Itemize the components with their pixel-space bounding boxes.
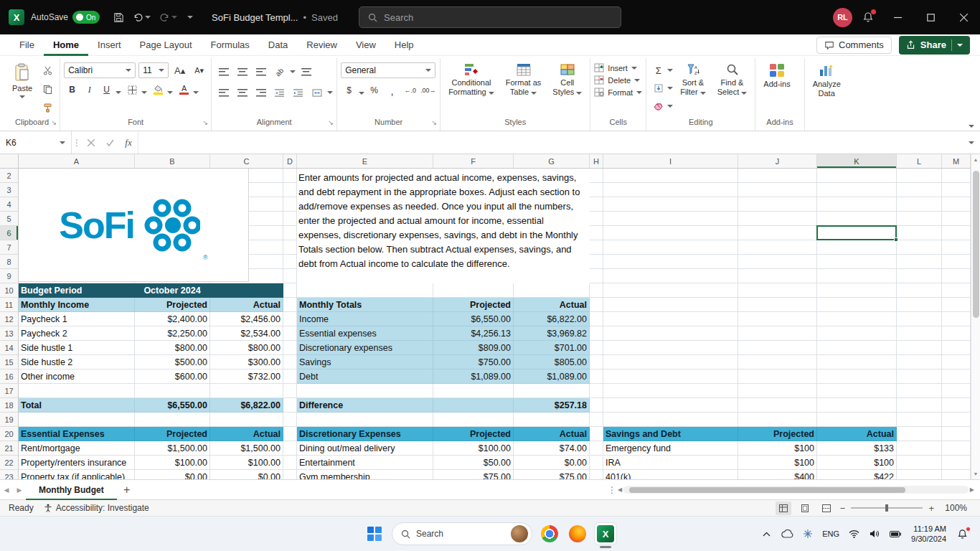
start-button[interactable] <box>364 523 385 545</box>
cell-J8[interactable] <box>738 255 817 269</box>
cell-I6[interactable] <box>603 226 738 240</box>
cell-K11[interactable] <box>817 298 897 312</box>
cell-J23[interactable]: $400 <box>738 470 817 479</box>
cell-I7[interactable] <box>603 240 738 255</box>
cell-K15[interactable] <box>817 355 897 369</box>
align-left-button[interactable] <box>215 85 232 100</box>
tab-help[interactable]: Help <box>385 34 423 56</box>
comma-format-button[interactable]: , <box>384 83 400 98</box>
fill-button[interactable] <box>650 80 666 96</box>
row-header-23[interactable]: 23 <box>0 470 19 479</box>
cell-I21[interactable]: Emergency fund <box>603 441 738 456</box>
cell-L23[interactable] <box>897 470 942 479</box>
cell-G20[interactable]: Actual <box>514 427 590 441</box>
cell-M23[interactable] <box>942 470 971 479</box>
tab-data[interactable]: Data <box>259 34 297 56</box>
insert-caret-icon[interactable] <box>631 67 637 70</box>
cell-C15[interactable]: $300.00 <box>210 355 283 369</box>
cell-A16[interactable]: Other income <box>19 369 135 384</box>
cell-J10[interactable] <box>738 283 817 298</box>
row-header-4[interactable]: 4 <box>0 197 19 212</box>
cell-D14[interactable] <box>283 341 297 355</box>
format-painter-button[interactable] <box>39 100 56 116</box>
fill-caret-icon[interactable] <box>667 87 673 90</box>
cell-H19[interactable] <box>590 413 603 427</box>
cell-D6[interactable] <box>283 226 297 240</box>
select-all-corner[interactable] <box>0 154 19 168</box>
notifications-bell-icon[interactable] <box>862 11 874 23</box>
cell-H9[interactable] <box>590 269 603 283</box>
cell-B12[interactable]: $2,400.00 <box>135 312 210 326</box>
row-header-2[interactable]: 2 <box>0 169 19 183</box>
vertical-scroll-thumb[interactable] <box>973 171 979 318</box>
cell-C16[interactable]: $732.00 <box>210 369 283 384</box>
cell-B11[interactable]: Projected <box>135 298 210 312</box>
cell-K12[interactable] <box>817 312 897 326</box>
column-header-M[interactable]: M <box>942 154 971 168</box>
cell-M8[interactable] <box>942 255 971 269</box>
minimize-button[interactable] <box>881 0 914 34</box>
percent-format-button[interactable]: % <box>366 83 382 98</box>
cell-D3[interactable] <box>283 183 297 197</box>
column-header-E[interactable]: E <box>297 154 433 168</box>
clipboard-dialog-launcher[interactable]: ↘ <box>52 119 57 126</box>
formula-bar-handle[interactable]: ⋮ <box>72 131 82 154</box>
cell-A14[interactable]: Side hustle 1 <box>19 341 135 355</box>
enter-icon[interactable] <box>100 131 119 154</box>
cell-M7[interactable] <box>942 240 971 255</box>
cell-G19[interactable] <box>514 413 590 427</box>
format-cells-button[interactable]: Format <box>594 88 642 97</box>
cell-E15[interactable]: Savings <box>297 355 433 369</box>
insert-cells-button[interactable]: Insert <box>594 63 642 72</box>
quick-access-customize-button[interactable] <box>187 16 193 19</box>
cell-M19[interactable] <box>942 413 971 427</box>
cell-I17[interactable] <box>603 384 738 398</box>
tab-review[interactable]: Review <box>297 34 347 56</box>
clear-button[interactable] <box>650 98 666 114</box>
cell-B18[interactable]: $6,550.00 <box>135 398 210 413</box>
cell-K9[interactable] <box>817 269 897 283</box>
cell-I3[interactable] <box>603 183 738 197</box>
row-header-21[interactable]: 21 <box>0 441 19 456</box>
cell-G17[interactable] <box>514 384 590 398</box>
cell-M9[interactable] <box>942 269 971 283</box>
row-header-18[interactable]: 18 <box>0 398 19 413</box>
zoom-out-button[interactable]: − <box>840 503 846 514</box>
underline-caret-icon[interactable] <box>116 91 121 94</box>
cell-M16[interactable] <box>942 369 971 384</box>
cell-C21[interactable]: $1,500.00 <box>210 441 283 456</box>
cell-C23[interactable]: $0.00 <box>210 470 283 479</box>
cell-H23[interactable] <box>590 470 603 479</box>
cell-F18[interactable] <box>433 398 514 413</box>
font-color-button[interactable]: A <box>176 82 192 98</box>
orientation-caret-icon[interactable] <box>290 70 296 73</box>
format-caret-icon[interactable] <box>636 91 642 94</box>
cell-L4[interactable] <box>897 197 942 212</box>
sheet-nav-left-icon[interactable]: ◀ <box>0 486 13 494</box>
cell-M22[interactable] <box>942 456 971 470</box>
increase-decimal-button[interactable]: ←.0 <box>402 83 418 98</box>
cell-F20[interactable]: Projected <box>433 427 514 441</box>
maximize-button[interactable] <box>914 0 947 34</box>
cell-E11[interactable]: Monthly Totals <box>297 298 433 312</box>
cell-M21[interactable] <box>942 441 971 456</box>
font-dialog-launcher[interactable]: ↘ <box>203 119 209 126</box>
language-indicator[interactable]: ENG <box>821 529 841 538</box>
cell-H4[interactable] <box>590 197 603 212</box>
taskbar-clock[interactable]: 11:19 AM 9/30/2024 <box>908 524 949 544</box>
column-header-K[interactable]: K <box>817 154 897 168</box>
redo-caret-icon[interactable] <box>171 16 177 19</box>
cell-J19[interactable] <box>738 413 817 427</box>
redo-button[interactable] <box>159 12 177 23</box>
hidden-icons-chevron-icon[interactable] <box>758 524 774 544</box>
cancel-icon[interactable] <box>82 131 100 154</box>
row-header-9[interactable]: 9 <box>0 269 19 283</box>
cell-F16[interactable]: $1,089.00 <box>433 369 514 384</box>
comments-button[interactable]: Comments <box>816 37 892 54</box>
font-color-caret-icon[interactable] <box>193 91 199 94</box>
cell-J16[interactable] <box>738 369 817 384</box>
cell-C17[interactable] <box>210 384 283 398</box>
cell-D5[interactable] <box>283 212 297 226</box>
column-header-H[interactable]: H <box>590 154 603 168</box>
row-header-16[interactable]: 16 <box>0 369 19 384</box>
